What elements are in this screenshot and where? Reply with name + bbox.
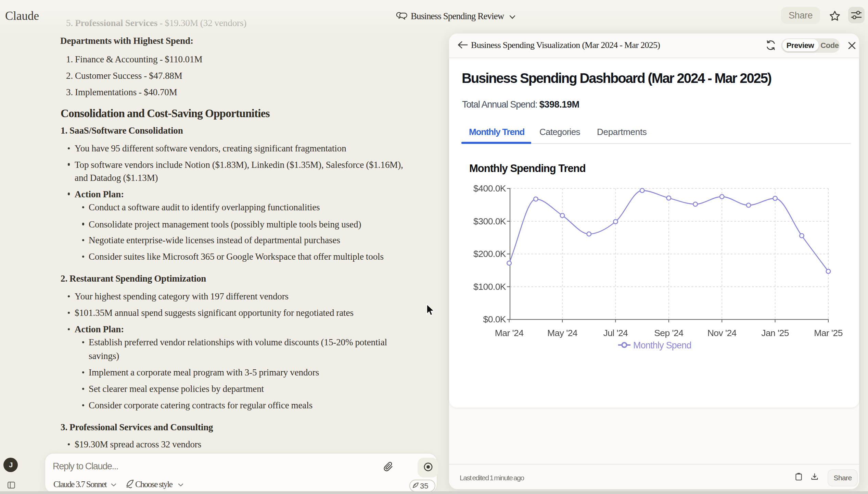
svg-text:Jul '24: Jul '24	[603, 328, 628, 338]
svg-text:$400.0K: $400.0K	[473, 183, 506, 193]
svg-text:Nov '24: Nov '24	[707, 328, 737, 338]
svg-text:Sep '24: Sep '24	[654, 328, 684, 338]
svg-text:Mar '25: Mar '25	[814, 328, 843, 338]
svg-text:$0.0K: $0.0K	[483, 314, 506, 324]
svg-text:May '24: May '24	[547, 328, 578, 338]
svg-text:$200.0K: $200.0K	[473, 248, 506, 259]
svg-text:Mar '24: Mar '24	[495, 328, 524, 338]
svg-text:Monthly Spend: Monthly Spend	[633, 340, 691, 350]
svg-text:Jan '25: Jan '25	[761, 328, 789, 338]
svg-text:$100.0K: $100.0K	[473, 281, 506, 292]
svg-text:$300.0K: $300.0K	[473, 216, 506, 226]
